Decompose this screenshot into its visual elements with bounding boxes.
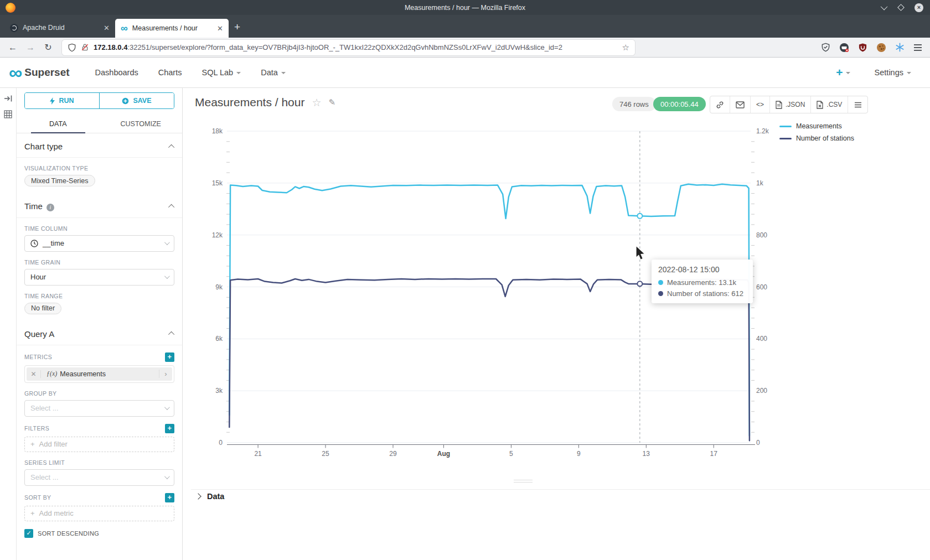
collapse-icon[interactable] — [168, 331, 174, 338]
time-column-label: TIME COLUMN — [24, 225, 174, 232]
run-button[interactable]: RUN — [25, 93, 99, 108]
svg-text:0: 0 — [756, 439, 760, 447]
copy-link-button[interactable] — [710, 96, 730, 113]
superset-logo[interactable]: ∞ Superset — [9, 66, 70, 79]
group-by-label: GROUP BY — [24, 390, 174, 397]
legend-measurements[interactable]: Measurements — [779, 122, 854, 130]
reload-button[interactable]: ↻ — [41, 42, 55, 53]
placeholder-text: Select ... — [30, 473, 59, 481]
time-grain-select[interactable]: Hour — [24, 269, 174, 286]
tab-strip: Apache Druid ✕ ∞ Measurements / hour ✕ + — [0, 15, 930, 38]
export-csv-button[interactable]: .CSV — [811, 96, 848, 113]
group-by-select[interactable]: Select ... — [24, 400, 174, 417]
add-sort-metric-box[interactable]: +Add metric — [24, 506, 174, 521]
tooltip-row: Measurements: 13.1k — [658, 278, 746, 287]
legend-line-swatch — [779, 138, 792, 139]
chevron-right-icon[interactable]: › — [159, 370, 172, 378]
nav-item-sql-lab[interactable]: SQL Lab — [202, 68, 241, 77]
ublock-origin-icon[interactable] — [858, 43, 867, 53]
section-query-a[interactable]: Query A — [17, 321, 182, 345]
cookie-extension-icon[interactable] — [876, 43, 886, 53]
export-json-button[interactable]: .JSON — [770, 96, 811, 113]
nav-item-data[interactable]: Data — [261, 68, 286, 77]
settings-menu[interactable]: Settings — [875, 68, 911, 77]
add-sort-metric-plus-button[interactable]: + — [165, 493, 174, 502]
time-range-value[interactable]: No filter — [24, 303, 61, 314]
collapse-icon[interactable] — [168, 204, 174, 210]
snowflake-extension-icon[interactable] — [895, 43, 905, 52]
plus-icon: + — [30, 440, 35, 448]
add-filter-box[interactable]: +Add filter — [24, 437, 174, 452]
tracking-shield-icon[interactable] — [68, 43, 76, 52]
dataset-grid-icon[interactable] — [4, 110, 12, 118]
placeholder-text: Select ... — [30, 404, 59, 412]
edit-properties-icon[interactable]: ✎ — [328, 97, 335, 107]
nav-item-charts[interactable]: Charts — [158, 68, 182, 77]
tab-close-icon[interactable]: ✕ — [217, 24, 223, 33]
tab-customize[interactable]: CUSTOMIZE — [100, 115, 183, 133]
chart-actions-toolbar: <> .JSON .CSV — [710, 96, 868, 113]
chevron-down-icon — [281, 72, 286, 74]
json-label: .JSON — [786, 101, 805, 108]
save-button[interactable]: SAVE — [99, 93, 174, 108]
svg-text:12k: 12k — [212, 231, 223, 239]
filters-label: FILTERS+ — [24, 424, 174, 433]
file-x-icon — [817, 101, 823, 109]
plus-icon: + — [30, 509, 35, 517]
chart-title: Measurements / hour — [195, 96, 304, 109]
section-time[interactable]: Timei — [17, 193, 182, 218]
lightning-icon — [50, 97, 55, 105]
nav-item-dashboards[interactable]: Dashboards — [95, 68, 138, 77]
favorite-star-icon[interactable]: ☆ — [312, 96, 321, 109]
email-button[interactable] — [730, 96, 751, 113]
svg-text:6k: 6k — [215, 335, 223, 343]
new-chart-plus-button[interactable]: + — [836, 66, 850, 79]
superset-navbar: ∞ Superset Dashboards Charts SQL Lab Dat… — [0, 58, 930, 88]
svg-text:9: 9 — [577, 450, 581, 458]
results-panel-header[interactable]: Data — [196, 492, 224, 501]
series-limit-select[interactable]: Select ... — [24, 469, 174, 486]
svg-text:25: 25 — [322, 450, 329, 458]
browser-tab-apache-druid[interactable]: Apache Druid ✕ — [4, 19, 115, 36]
back-button[interactable]: ← — [6, 43, 20, 53]
window-maximize-button[interactable] — [897, 4, 905, 11]
new-tab-button[interactable]: + — [234, 21, 240, 33]
more-options-button[interactable] — [848, 96, 867, 113]
window-close-button[interactable]: × — [914, 3, 923, 12]
privacy-mask-extension-icon[interactable] — [839, 43, 849, 53]
tab-close-icon[interactable]: ✕ — [104, 24, 110, 32]
svg-text:600: 600 — [756, 283, 767, 291]
sort-by-label: SORT BY+ — [24, 493, 174, 502]
collapse-icon[interactable] — [168, 144, 174, 150]
metric-measurements[interactable]: ✕ ƒ(x) Measurements › — [27, 367, 172, 381]
viz-type-value[interactable]: Mixed Time-Series — [24, 175, 95, 186]
series-dot-icon — [658, 280, 663, 285]
plus-icon: + — [836, 66, 843, 79]
csv-label: .CSV — [826, 101, 842, 108]
svg-text:Aug: Aug — [437, 450, 450, 458]
legend-number-of-stations[interactable]: Number of stations — [779, 134, 854, 142]
browser-tab-measurements[interactable]: ∞ Measurements / hour ✕ — [115, 19, 229, 38]
nav-label: Settings — [875, 68, 903, 77]
chevron-down-icon — [164, 240, 170, 245]
time-column-select[interactable]: __time — [24, 235, 174, 252]
panel-resize-handle[interactable] — [514, 480, 533, 484]
tooltip-timestamp: 2022-08-12 15:00 — [658, 265, 746, 274]
viz-type-label: VISUALIZATION TYPE — [24, 165, 174, 172]
section-chart-type[interactable]: Chart type — [17, 133, 182, 158]
menu-hamburger-icon[interactable] — [913, 44, 922, 51]
add-filter-plus-button[interactable]: + — [165, 424, 174, 433]
insecure-lock-icon[interactable] — [81, 43, 89, 51]
tab-data[interactable]: DATA — [17, 115, 100, 133]
embed-code-button[interactable]: <> — [751, 96, 770, 113]
remove-metric-icon[interactable]: ✕ — [27, 370, 41, 378]
menu-icon — [854, 102, 862, 108]
series-dot-icon — [658, 291, 663, 296]
forward-button[interactable]: → — [23, 43, 38, 53]
expand-datasource-panel-icon[interactable] — [4, 95, 13, 102]
url-bar[interactable]: 172.18.0.4:32251/superset/explore/?form_… — [62, 40, 635, 55]
add-metric-plus-button[interactable]: + — [165, 352, 174, 362]
bookmark-star-icon[interactable]: ☆ — [622, 43, 629, 53]
protections-shield-icon[interactable] — [821, 43, 830, 52]
sort-descending-checkbox[interactable]: ✓ — [24, 529, 33, 538]
